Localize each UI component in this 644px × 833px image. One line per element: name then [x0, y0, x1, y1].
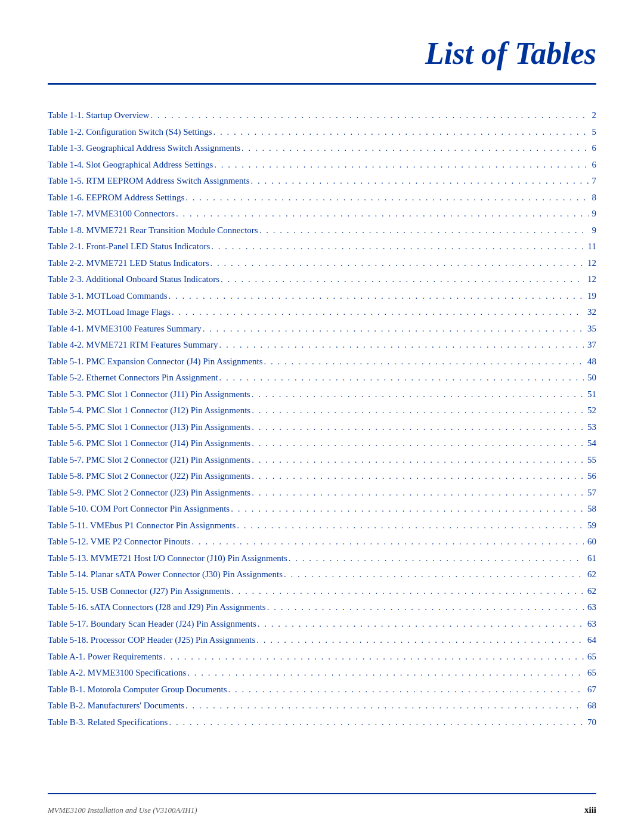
toc-page: 64: [587, 633, 596, 647]
toc-dots: . . . . . . . . . . . . . . . . . . . . …: [289, 552, 584, 566]
list-item: Table 1-6. EEPROM Address Settings . . .…: [48, 191, 596, 205]
toc-page: 70: [587, 716, 596, 729]
toc-page: 62: [587, 568, 596, 581]
toc-link[interactable]: Table 4-2. MVME721 RTM Features Summary: [48, 338, 218, 352]
toc-link[interactable]: Table 5-6. PMC Slot 1 Connector (J14) Pi…: [48, 436, 250, 450]
toc-title: Slot Geographical Address Settings: [86, 160, 213, 169]
toc-link[interactable]: Table 3-2. MOTLoad Image Flags: [48, 305, 171, 319]
list-item: Table 5-11. VMEbus P1 Connector Pin Assi…: [48, 519, 596, 533]
toc-link[interactable]: Table 5-12. VME P2 Connector Pinouts: [48, 535, 191, 549]
toc-link[interactable]: Table 5-17. Boundary Scan Header (J24) P…: [48, 617, 256, 631]
toc-link[interactable]: Table 5-7. PMC Slot 2 Connector (J21) Pi…: [48, 453, 250, 467]
toc-label: Table 1-2.: [48, 127, 84, 137]
toc-page: 67: [587, 683, 596, 696]
toc-page: 7: [592, 174, 597, 188]
list-item: Table 5-5. PMC Slot 1 Connector (J13) Pi…: [48, 420, 596, 435]
toc-page: 6: [592, 141, 597, 155]
toc-dots: . . . . . . . . . . . . . . . . . . . . …: [259, 224, 589, 238]
toc-link[interactable]: Table 1-1. Startup Overview: [48, 109, 150, 122]
toc-page: 55: [587, 453, 596, 467]
toc-link[interactable]: Table 5-18. Processor COP Header (J25) P…: [48, 633, 255, 647]
toc-link[interactable]: Table 1-5. RTM EEPROM Address Switch Ass…: [48, 174, 249, 188]
list-item: Table 1-4. Slot Geographical Address Set…: [48, 158, 596, 172]
toc-dots: . . . . . . . . . . . . . . . . . . . . …: [187, 666, 584, 680]
toc-link[interactable]: Table 2-2. MVME721 LED Status Indicators: [48, 256, 209, 270]
toc-link[interactable]: Table 1-6. EEPROM Address Settings: [48, 191, 184, 205]
toc-dots: . . . . . . . . . . . . . . . . . . . . …: [252, 436, 584, 451]
toc-title: PMC Slot 1 Connector (J13) Pin Assignmen…: [86, 422, 250, 432]
toc-dots: . . . . . . . . . . . . . . . . . . . . …: [176, 207, 588, 221]
toc-page: 9: [592, 207, 597, 221]
toc-page: 35: [587, 322, 596, 336]
toc-label: Table A-2.: [48, 668, 85, 677]
toc-label: Table 1-5.: [48, 176, 84, 185]
toc-link[interactable]: Table 1-2. Configuration Switch (S4) Set…: [48, 125, 212, 139]
toc-page: 8: [592, 191, 597, 205]
toc-label: Table 2-3.: [48, 274, 84, 284]
toc-link[interactable]: Table A-2. MVME3100 Specifications: [48, 666, 186, 680]
toc-link[interactable]: Table 5-8. PMC Slot 2 Connector (J22) Pi…: [48, 469, 250, 483]
toc-dots: . . . . . . . . . . . . . . . . . . . . …: [252, 420, 584, 435]
toc-page: 56: [587, 469, 596, 483]
toc-dots: . . . . . . . . . . . . . . . . . . . . …: [214, 158, 588, 172]
toc-dots: . . . . . . . . . . . . . . . . . . . . …: [163, 650, 584, 664]
toc-label: Table 1-1.: [48, 110, 84, 120]
toc-dots: . . . . . . . . . . . . . . . . . . . . …: [228, 683, 584, 697]
toc-link[interactable]: Table 5-14. Planar sATA Power Connector …: [48, 568, 283, 581]
list-item: Table 5-14. Planar sATA Power Connector …: [48, 568, 596, 582]
toc-link[interactable]: Table 1-4. Slot Geographical Address Set…: [48, 158, 213, 172]
footer-doc-title: MVME3100 Installation and Use (V3100A/IH…: [48, 806, 197, 815]
toc-link[interactable]: Table 1-3. Geographical Address Switch A…: [48, 141, 240, 155]
toc-link[interactable]: Table 5-3. PMC Slot 1 Connector (J11) Pi…: [48, 388, 250, 401]
toc-link[interactable]: Table 2-1. Front-Panel LED Status Indica…: [48, 240, 210, 253]
list-item: Table 5-3. PMC Slot 1 Connector (J11) Pi…: [48, 388, 596, 402]
toc-label: Table 5-10.: [48, 504, 88, 513]
toc-link[interactable]: Table 5-10. COM Port Connector Pin Assig…: [48, 502, 230, 516]
toc-link[interactable]: Table 3-1. MOTLoad Commands: [48, 289, 168, 303]
toc-dots: . . . . . . . . . . . . . . . . . . . . …: [213, 125, 589, 140]
toc-link[interactable]: Table 5-1. PMC Expansion Connector (J4) …: [48, 355, 263, 368]
toc-dots: . . . . . . . . . . . . . . . . . . . . …: [221, 272, 584, 287]
toc-dots: . . . . . . . . . . . . . . . . . . . . …: [172, 305, 584, 320]
toc-label: Table 5-4.: [48, 405, 84, 415]
toc-title: MVME3100 Specifications: [88, 668, 186, 677]
toc-title: Front-Panel LED Status Indicators: [86, 241, 210, 251]
toc-label: Table 5-11.: [48, 521, 88, 530]
toc-link[interactable]: Table B-1. Motorola Computer Group Docum…: [48, 683, 227, 696]
toc-link[interactable]: Table 2-3. Additional Onboard Status Ind…: [48, 272, 219, 286]
toc-title: PMC Slot 1 Connector (J12) Pin Assignmen…: [86, 405, 250, 415]
toc-link[interactable]: Table 5-9. PMC Slot 2 Connector (J23) Pi…: [48, 486, 250, 500]
list-item: Table 2-2. MVME721 LED Status Indicators…: [48, 256, 596, 271]
toc-title: Motorola Computer Group Documents: [88, 685, 227, 694]
toc-title: MVME721 LED Status Indicators: [86, 258, 209, 268]
toc-page: 48: [587, 355, 596, 368]
toc-link[interactable]: Table 5-5. PMC Slot 1 Connector (J13) Pi…: [48, 420, 250, 434]
toc-title: Configuration Switch (S4) Settings: [86, 127, 212, 137]
toc-link[interactable]: Table 5-11. VMEbus P1 Connector Pin Assi…: [48, 519, 236, 532]
toc-label: Table 5-8.: [48, 471, 84, 481]
toc-title: MVME3100 Features Summary: [86, 324, 201, 333]
toc-dots: . . . . . . . . . . . . . . . . . . . . …: [210, 256, 584, 271]
toc-link[interactable]: Table 4-1. MVME3100 Features Summary: [48, 322, 202, 336]
toc-dots: . . . . . . . . . . . . . . . . . . . . …: [169, 716, 584, 730]
toc-link[interactable]: Table 1-7. MVME3100 Connectors: [48, 207, 175, 221]
toc-link[interactable]: Table 1-8. MVME721 Rear Transition Modul…: [48, 224, 258, 237]
toc-title: MOTLoad Image Flags: [86, 307, 171, 317]
toc-link[interactable]: Table A-1. Power Requirements: [48, 650, 162, 664]
toc-link[interactable]: Table B-3. Related Specifications: [48, 716, 168, 729]
toc-link[interactable]: Table 5-15. USB Connector (J27) Pin Assi…: [48, 584, 230, 598]
list-item: Table 1-1. Startup Overview . . . . . . …: [48, 109, 596, 123]
toc-page: 58: [587, 502, 596, 516]
toc-title: MVME721 Host I/O Connector (J10) Pin Ass…: [91, 553, 287, 563]
toc-label: Table 4-2.: [48, 340, 84, 349]
toc-link[interactable]: Table 5-13. MVME721 Host I/O Connector (…: [48, 552, 287, 565]
toc-link[interactable]: Table 5-2. Ethernet Connectors Pin Assig…: [48, 371, 218, 385]
toc-link[interactable]: Table B-2. Manufacturers' Documents: [48, 699, 184, 713]
toc-link[interactable]: Table 5-4. PMC Slot 1 Connector (J12) Pi…: [48, 404, 250, 417]
toc-link[interactable]: Table 5-16. sATA Connectors (J28 and J29…: [48, 600, 266, 614]
toc-title: PMC Slot 2 Connector (J23) Pin Assignmen…: [86, 488, 250, 497]
toc-title: Related Specifications: [88, 717, 168, 727]
toc-label: Table 5-14.: [48, 569, 88, 579]
list-item: Table A-1. Power Requirements . . . . . …: [48, 650, 596, 664]
page-title: List of Tables: [48, 36, 596, 71]
